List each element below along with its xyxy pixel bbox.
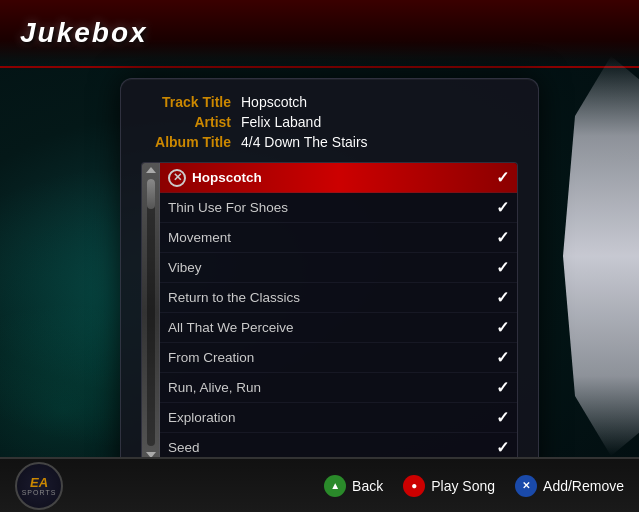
ea-logo: EA SPORTS [15,462,63,510]
track-name: Movement [168,230,231,245]
back-icon: ▲ [324,475,346,497]
right-decoration [529,0,639,512]
horn-shape [539,56,639,456]
track-name: Return to the Classics [168,290,300,305]
album-title-label: Album Title [141,134,231,150]
track-name: Thin Use For Shoes [168,200,288,215]
track-item[interactable]: Vibey✓ [160,253,517,283]
check-mark-icon: ✓ [496,198,509,217]
track-item[interactable]: Thin Use For Shoes✓ [160,193,517,223]
track-name: Vibey [168,260,202,275]
scrollbar[interactable] [142,163,160,462]
track-name: Exploration [168,410,236,425]
add-remove-icon: ✕ [515,475,537,497]
footer-controls: ▲ Back ● Play Song ✕ Add/Remove [324,475,624,497]
check-mark-icon: ✓ [496,168,509,187]
check-mark-icon: ✓ [496,318,509,337]
ea-text: EA [30,476,48,489]
track-name: Run, Alive, Run [168,380,261,395]
track-name: From Creation [168,350,254,365]
footer: EA SPORTS ▲ Back ● Play Song ✕ Add/Remov… [0,457,639,512]
track-list: ✕Hopscotch✓Thin Use For Shoes✓Movement✓V… [160,163,517,462]
check-mark-icon: ✓ [496,378,509,397]
add-remove-button[interactable]: ✕ Add/Remove [515,475,624,497]
track-item[interactable]: Movement✓ [160,223,517,253]
track-title-value: Hopscotch [241,94,307,110]
track-item[interactable]: All That We Perceive✓ [160,313,517,343]
back-label: Back [352,478,383,494]
check-mark-icon: ✓ [496,348,509,367]
artist-value: Felix Laband [241,114,321,130]
play-song-button[interactable]: ● Play Song [403,475,495,497]
track-info: Track Title Hopscotch Artist Felix Laban… [141,94,518,150]
track-name: Seed [168,440,200,455]
page-title: Jukebox [20,17,148,49]
track-title-row: Track Title Hopscotch [141,94,518,110]
sports-text: SPORTS [22,489,57,496]
back-button[interactable]: ▲ Back [324,475,383,497]
track-name: All That We Perceive [168,320,294,335]
check-mark-icon: ✓ [496,288,509,307]
track-item[interactable]: Exploration✓ [160,403,517,433]
scroll-track [147,179,155,446]
album-title-row: Album Title 4/4 Down The Stairs [141,134,518,150]
play-icon: ● [403,475,425,497]
check-mark-icon: ✓ [496,228,509,247]
artist-label: Artist [141,114,231,130]
scroll-thumb[interactable] [147,179,155,209]
track-title-label: Track Title [141,94,231,110]
artist-row: Artist Felix Laband [141,114,518,130]
track-name: Hopscotch [192,170,262,185]
track-item[interactable]: Return to the Classics✓ [160,283,517,313]
x-icon: ✕ [168,169,186,187]
album-title-value: 4/4 Down The Stairs [241,134,368,150]
track-item[interactable]: ✕Hopscotch✓ [160,163,517,193]
check-mark-icon: ✓ [496,258,509,277]
play-song-label: Play Song [431,478,495,494]
check-mark-icon: ✓ [496,438,509,457]
check-mark-icon: ✓ [496,408,509,427]
track-item[interactable]: From Creation✓ [160,343,517,373]
track-item[interactable]: Run, Alive, Run✓ [160,373,517,403]
main-panel: Track Title Hopscotch Artist Felix Laban… [120,78,539,484]
scroll-up-arrow[interactable] [146,167,156,173]
add-remove-label: Add/Remove [543,478,624,494]
track-list-container: ✕Hopscotch✓Thin Use For Shoes✓Movement✓V… [141,162,518,463]
